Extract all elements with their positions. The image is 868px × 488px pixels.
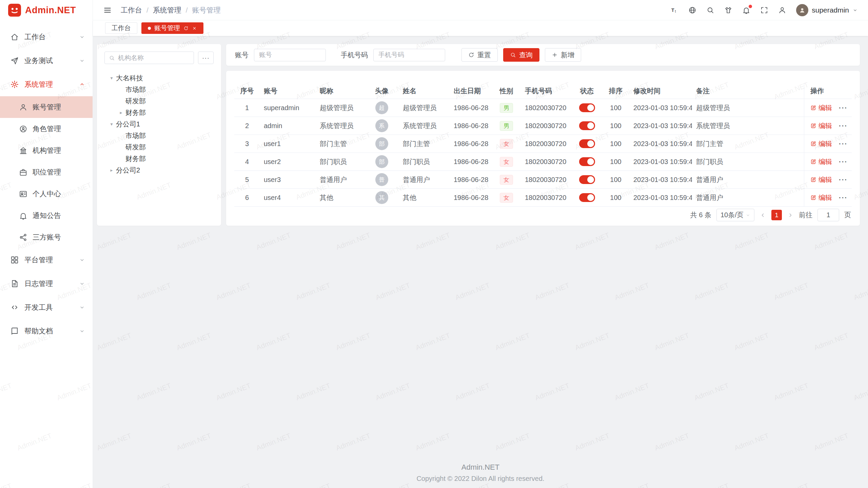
tree-caret-icon[interactable]: ▾ (107, 75, 116, 81)
sidebar-item-workbench[interactable]: 工作台 (0, 25, 93, 49)
next-page-button[interactable] (787, 212, 794, 219)
sidebar-item-third-account[interactable]: 三方账号 (0, 226, 93, 248)
cell-text: 1986-06-28 (454, 104, 488, 112)
toggle-knob (587, 176, 594, 183)
add-button[interactable]: 新增 (545, 48, 581, 62)
avatar: 普 (375, 173, 388, 186)
sidebar-item-notice[interactable]: 通知公告 (0, 205, 93, 226)
tree-node[interactable]: ▸分公司2 (104, 164, 214, 176)
sidebar-item-position[interactable]: 职位管理 (0, 161, 93, 183)
sidebar-item-docs[interactable]: 帮助文档 (0, 319, 93, 343)
phone-input[interactable]: 手机号码 (373, 49, 445, 61)
tab-工作台[interactable]: 工作台 (105, 22, 137, 34)
sidebar-item-role[interactable]: 角色管理 (0, 118, 93, 140)
org-search-input[interactable]: 机构名称 (104, 52, 194, 64)
tree-node[interactable]: 财务部 (104, 153, 214, 164)
username: superadmin (812, 6, 849, 14)
cell-index: 1 (234, 99, 260, 117)
cell-status (572, 189, 602, 206)
tree-caret-icon[interactable]: ▾ (107, 121, 116, 127)
search-icon[interactable] (706, 6, 714, 14)
current-page[interactable]: 1 (771, 210, 782, 220)
breadcrumb-item[interactable]: 系统管理 (153, 5, 181, 15)
cell-text: admin (264, 122, 282, 130)
tree-node[interactable]: 研发部 (104, 95, 214, 107)
tree-node[interactable]: 市场部 (104, 130, 214, 141)
breadcrumb-item: 账号管理 (192, 5, 221, 15)
cell-text: 1 (245, 104, 249, 112)
tree-node[interactable]: ▸财务部 (104, 107, 214, 118)
edit-button[interactable]: 编辑 (810, 103, 832, 113)
cell-text: 部门主管 (320, 139, 347, 148)
sidebar-item-org[interactable]: 机构管理 (0, 140, 93, 161)
sidebar-item-logs[interactable]: 日志管理 (0, 272, 93, 296)
row-more-button[interactable]: ··· (839, 176, 848, 184)
sidebar-item-profile[interactable]: 个人中心 (0, 183, 93, 205)
breadcrumb-item[interactable]: 工作台 (121, 5, 142, 15)
cell-text: 超级管理员 (696, 103, 730, 113)
pagination: 共 6 条 10条/页 1 前往 1 页 (690, 209, 851, 221)
tab-close-icon[interactable] (192, 26, 197, 31)
notification-icon[interactable] (742, 6, 750, 14)
query-button[interactable]: 查询 (503, 48, 539, 62)
user-menu[interactable]: superadmin (796, 4, 858, 16)
sidebar-item-platform[interactable]: 平台管理 (0, 248, 93, 272)
cell-gender: 性别 (492, 83, 521, 99)
cell-remark: 系统管理员 (692, 117, 804, 135)
status-toggle[interactable] (579, 157, 595, 166)
cell-text: 18020030720 (525, 194, 566, 202)
cell-text: 2023-01-03 10:59:44 (633, 176, 692, 184)
tree-more-button[interactable]: ··· (198, 52, 214, 64)
account-input[interactable]: 账号 (254, 49, 326, 61)
sidebar-item-business-test[interactable]: 业务测试 (0, 49, 93, 73)
sidebar-menu: 工作台业务测试系统管理账号管理角色管理机构管理职位管理个人中心通知公告三方账号平… (0, 20, 93, 343)
edit-button[interactable]: 编辑 (810, 121, 832, 130)
cell-birth: 1986-06-28 (450, 171, 492, 188)
reset-button[interactable]: 重置 (461, 48, 498, 62)
goto-page-input[interactable]: 1 (817, 209, 839, 221)
tab-refresh-icon[interactable] (183, 26, 189, 31)
collapse-menu-button[interactable] (103, 6, 112, 15)
page-size-select[interactable]: 10条/页 (716, 209, 754, 221)
cell-text: superadmin (264, 104, 299, 112)
status-toggle[interactable] (579, 139, 595, 148)
tree-caret-icon[interactable]: ▸ (117, 110, 125, 115)
edit-icon (810, 141, 816, 147)
org-search-row: 机构名称 ··· (104, 52, 214, 64)
row-more-button[interactable]: ··· (839, 194, 848, 202)
font-size-icon[interactable]: Tt (670, 6, 678, 14)
tree-node[interactable]: 市场部 (104, 84, 214, 95)
row-more-button[interactable]: ··· (839, 140, 848, 148)
tree-node[interactable]: 研发部 (104, 141, 214, 153)
status-toggle[interactable] (579, 175, 595, 184)
status-toggle[interactable] (579, 121, 595, 130)
cell-action: 编辑··· (804, 117, 851, 135)
cell-action: 操作 (804, 83, 851, 99)
edit-button[interactable]: 编辑 (810, 175, 832, 184)
theme-icon[interactable] (724, 6, 732, 14)
profile-icon[interactable] (778, 6, 786, 14)
sidebar-item-system[interactable]: 系统管理 (0, 73, 93, 96)
edit-button[interactable]: 编辑 (810, 139, 832, 148)
app-logo[interactable]: Admin.NET (0, 0, 93, 20)
row-more-button[interactable]: ··· (839, 158, 848, 166)
row-more-button[interactable]: ··· (839, 122, 848, 130)
svg-text:t: t (675, 9, 676, 13)
tree-node[interactable]: ▾大名科技 (104, 72, 214, 84)
status-toggle[interactable] (579, 193, 595, 202)
row-more-button[interactable]: ··· (839, 104, 848, 112)
sidebar-item-devtools[interactable]: 开发工具 (0, 296, 93, 319)
fullscreen-icon[interactable] (760, 6, 768, 14)
sidebar-item-account[interactable]: 账号管理 (0, 96, 93, 118)
cell-name: 部门主管 (399, 135, 450, 152)
edit-button[interactable]: 编辑 (810, 157, 832, 166)
edit-button[interactable]: 编辑 (810, 193, 832, 202)
tree-node[interactable]: ▾分公司1 (104, 118, 214, 130)
tree-caret-icon[interactable]: ▸ (107, 167, 116, 173)
prev-page-button[interactable] (760, 212, 766, 219)
status-toggle[interactable] (579, 103, 595, 112)
cell-order: 排序 (602, 83, 629, 99)
language-icon[interactable] (688, 6, 696, 14)
column-header: 头像 (375, 86, 389, 96)
tab-账号管理[interactable]: 账号管理 (141, 22, 203, 34)
